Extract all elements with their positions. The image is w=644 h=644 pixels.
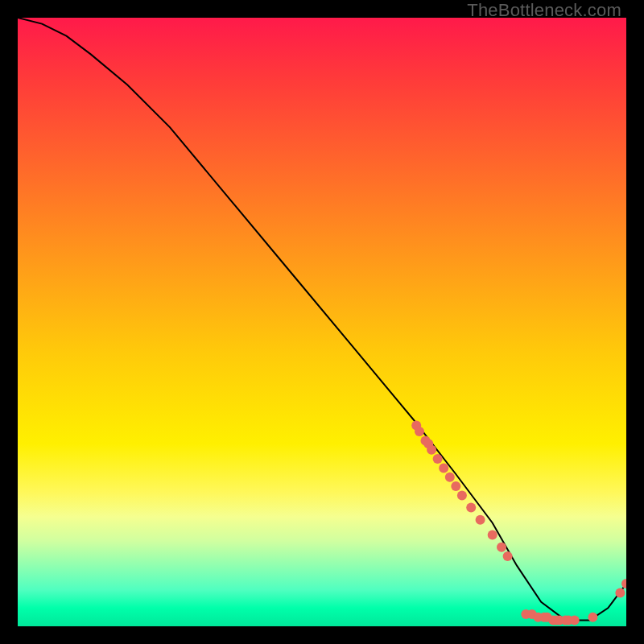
chart-container: TheBottleneck.com <box>0 0 644 644</box>
plot-area <box>18 18 626 626</box>
